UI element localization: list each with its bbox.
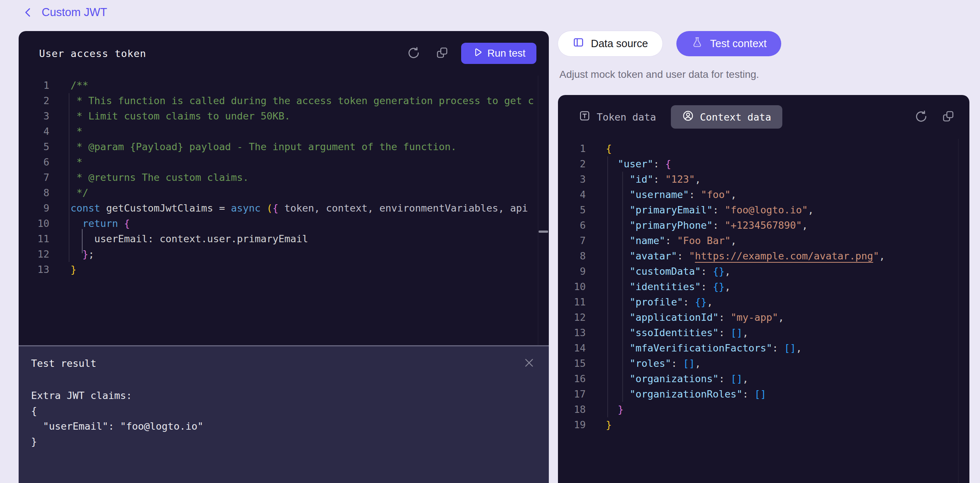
code-line: 7 "name": "Foo Bar", [558, 233, 969, 248]
code-line: 10 "identities": {}, [558, 279, 969, 294]
line-number: 1 [558, 141, 586, 156]
result-line: { [31, 404, 536, 419]
overview-ruler-border [958, 139, 958, 483]
code-line: 8 */ [19, 185, 549, 200]
refresh-icon [914, 110, 928, 125]
test-result-header: Test result [31, 356, 536, 370]
context-caption: Adjust mock token and user data for test… [559, 69, 759, 80]
data-source-label: Data source [591, 38, 648, 50]
copy-icon [436, 46, 449, 60]
code-line: 4 "username": "foo", [558, 187, 969, 202]
tab-context-data-label: Context data [700, 111, 772, 123]
user-access-token-panel: User access token Run test [19, 31, 549, 483]
code-line: 9const getCustomJwtClaims = async ({ tok… [19, 200, 549, 216]
test-result-panel: Test result Extra JWT claims:{ "userEmai… [19, 345, 549, 483]
code-line: 13} [19, 262, 549, 277]
line-number: 6 [558, 218, 586, 233]
line-number: 12 [19, 246, 49, 262]
tab-context-data[interactable]: Context data [671, 105, 782, 129]
play-icon [472, 47, 482, 60]
code-line: 15 "roles": [], [558, 356, 969, 371]
indent-guide [622, 172, 623, 402]
line-number: 2 [558, 156, 586, 172]
line-number: 8 [558, 248, 586, 264]
line-number: 12 [558, 310, 586, 325]
line-number: 10 [19, 216, 49, 231]
line-number: 18 [558, 402, 586, 417]
context-refresh-button[interactable] [913, 109, 929, 125]
code-line: 12 }; [19, 246, 549, 262]
code-line: 11 "profile": {}, [558, 294, 969, 310]
line-number: 11 [19, 231, 49, 246]
line-number: 14 [558, 340, 586, 356]
code-line: 9 "customData": {}, [558, 264, 969, 279]
line-number: 7 [558, 233, 586, 248]
context-mode-switch: Data source Test context [558, 31, 781, 56]
line-number: 4 [19, 124, 49, 139]
code-line: 5 "primaryEmail": "foo@logto.io", [558, 202, 969, 218]
line-number: 19 [558, 417, 586, 432]
editor-refresh-button[interactable] [406, 45, 422, 61]
editor-title: User access token [39, 48, 146, 59]
tab-token-data[interactable]: Token data [578, 110, 656, 124]
split-panel-icon [573, 37, 584, 51]
code-line: 19} [558, 417, 969, 432]
code-line: 7 * @returns The custom claims. [19, 170, 549, 185]
code-line: 3 * Limit custom claims to under 50KB. [19, 108, 549, 124]
code-line: 4 * [19, 124, 549, 139]
active-indent-guide [82, 229, 83, 253]
test-result-output: Extra JWT claims:{ "userEmail": "foo@log… [31, 388, 536, 450]
line-number: 10 [558, 279, 586, 294]
test-context-label: Test context [710, 38, 767, 50]
code-line: 3 "id": "123", [558, 172, 969, 187]
back-link[interactable]: Custom JWT [23, 6, 107, 19]
code-line: 17 "organizationRoles": [] [558, 386, 969, 402]
indent-guide [607, 156, 608, 417]
token-data-icon [578, 110, 591, 124]
copy-icon [942, 110, 955, 124]
code-line: 11 userEmail: context.user.primaryEmail [19, 231, 549, 246]
line-number: 1 [19, 78, 49, 93]
code-line: 12 "applicationId": "my-app", [558, 310, 969, 325]
line-number: 7 [19, 170, 49, 185]
line-number: 5 [19, 139, 49, 154]
editor-copy-button[interactable] [434, 45, 450, 61]
code-line: 14 "mfaVerificationFactors": [], [558, 340, 969, 356]
code-line: 5 * @param {Payload} payload - The input… [19, 139, 549, 154]
context-data-icon [682, 110, 694, 124]
line-number: 11 [558, 294, 586, 310]
close-test-result-button[interactable] [522, 356, 536, 370]
back-label: Custom JWT [41, 6, 107, 19]
flask-icon [691, 36, 703, 51]
chevron-left-icon [23, 7, 33, 18]
line-number: 13 [19, 262, 49, 277]
line-number: 13 [558, 325, 586, 340]
line-number: 16 [558, 371, 586, 386]
line-number: 2 [19, 93, 49, 108]
line-number: 3 [19, 108, 49, 124]
code-line: 10 return { [19, 216, 549, 231]
code-editor[interactable]: 1/**2 * This function is called during t… [19, 76, 549, 345]
context-panel-header: Token data Context data [558, 95, 969, 139]
code-line: 13 "ssoIdentities": [], [558, 325, 969, 340]
result-line: "userEmail": "foo@logto.io" [31, 419, 536, 434]
close-icon [523, 357, 535, 370]
run-test-button[interactable]: Run test [461, 43, 536, 64]
refresh-icon [407, 46, 421, 61]
line-number: 6 [19, 154, 49, 170]
line-number: 15 [558, 356, 586, 371]
code-line: 1/** [19, 78, 549, 93]
code-line: 2 * This function is called during the a… [19, 93, 549, 108]
code-line: 18 } [558, 402, 969, 417]
code-line: 6 * [19, 154, 549, 170]
context-json-editor[interactable]: 1{2 "user": {3 "id": "123",4 "username":… [558, 139, 969, 483]
code-line: 16 "organizations": [], [558, 371, 969, 386]
code-line: 2 "user": { [558, 156, 969, 172]
code-line: 8 "avatar": "https://example.com/avatar.… [558, 248, 969, 264]
indent-guide [69, 93, 69, 262]
line-number: 9 [558, 264, 586, 279]
line-number: 8 [19, 185, 49, 200]
test-context-button[interactable]: Test context [676, 31, 781, 56]
context-copy-button[interactable] [940, 109, 956, 125]
data-source-button[interactable]: Data source [558, 31, 662, 56]
